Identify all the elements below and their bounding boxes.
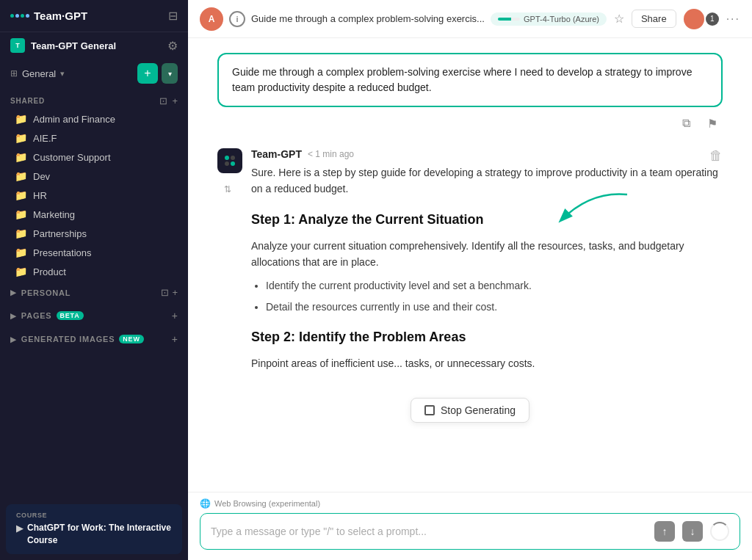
chat-area: Guide me through a complex problem-solvi…: [188, 38, 752, 492]
add-conversation-button[interactable]: +: [137, 63, 158, 84]
step2-body: Pinpoint areas of inefficient use... tas…: [251, 355, 723, 371]
folder-customer-support[interactable]: 📁 Customer Support: [0, 148, 188, 167]
delete-message-button[interactable]: 🗑: [709, 148, 723, 164]
bubble-actions: ⧉ ⚑: [217, 113, 723, 134]
folder-aief[interactable]: 📁 AIE.F: [0, 128, 188, 148]
pages-add-icon[interactable]: +: [172, 310, 178, 321]
pages-badge: BETA: [57, 311, 84, 320]
ai-avatar-wrap: ⇅: [217, 148, 242, 379]
pages-caret: ▶: [10, 312, 17, 320]
folder-product[interactable]: 📁 Product: [0, 262, 188, 281]
ai-dot-2: [231, 156, 235, 160]
loading-spinner: [710, 522, 729, 541]
ai-dot-1: [225, 156, 229, 160]
sidebar-toggle[interactable]: ⊟: [168, 9, 178, 23]
logo-dot-3: [21, 14, 24, 18]
course-label: COURSE: [16, 512, 172, 519]
folder-marketing[interactable]: 📁 Marketing: [0, 205, 188, 224]
folder-icon: 📁: [15, 132, 27, 144]
shared-add-icon[interactable]: +: [172, 95, 178, 106]
personal-section[interactable]: ▶ PERSONAL ⊡ +: [0, 281, 188, 304]
ai-message-header: Team-GPT < 1 min ago: [251, 148, 723, 160]
folder-icon: 📁: [15, 189, 27, 201]
scroll-down-button[interactable]: ↓: [682, 521, 703, 542]
step1-wrap: Step 1: Analyze the Current Situation: [251, 209, 723, 230]
general-chevron: ▾: [60, 69, 65, 79]
flag-button[interactable]: ⚑: [702, 113, 723, 134]
generated-images-section[interactable]: ▶ GENERATED IMAGES NEW +: [0, 327, 188, 351]
folder-icon: 📁: [15, 266, 27, 277]
personal-add-icon[interactable]: +: [172, 287, 178, 298]
logo-dot-1: [10, 14, 14, 18]
folder-label: AIE.F: [33, 133, 57, 144]
user-message: Guide me through a complex problem-solvi…: [217, 53, 723, 134]
folder-icon: 📁: [15, 113, 27, 125]
folder-partnerships[interactable]: 📁 Partnerships: [0, 224, 188, 243]
folder-label: Customer Support: [33, 152, 111, 163]
message-input[interactable]: [211, 526, 647, 537]
topbar: A i Guide me through a complex problem-s…: [188, 0, 752, 38]
scroll-up-button[interactable]: ↑: [654, 521, 675, 542]
folder-icon: 📁: [15, 151, 27, 163]
bullet-2: Detail the resources currently in use an…: [266, 299, 723, 315]
general-left[interactable]: ⊞ General ▾: [10, 68, 65, 79]
logo-dot-4: [26, 14, 29, 18]
share-button[interactable]: Share: [632, 10, 676, 28]
general-row: ⊞ General ▾ + ▾: [0, 59, 188, 88]
ai-body: Sure. Here is a step by step guide for d…: [251, 164, 723, 371]
folder-admin-finance[interactable]: 📁 Admin and Finance: [0, 109, 188, 128]
ai-sub-icon: ⇅: [217, 179, 238, 200]
grid-icon: ⊞: [10, 68, 18, 79]
shared-folder-icon[interactable]: ⊡: [159, 95, 167, 106]
folder-label: Marketing: [33, 209, 75, 220]
ai-time: < 1 min ago: [308, 149, 354, 159]
course-title: ▶ ChatGPT for Work: The Interactive Cour…: [16, 522, 172, 547]
logo-dot-2: [15, 14, 19, 18]
avatar-group: 1: [684, 9, 719, 29]
pages-left: ▶ PAGES BETA: [10, 311, 84, 320]
course-section[interactable]: COURSE ▶ ChatGPT for Work: The Interacti…: [6, 504, 182, 554]
generated-images-badge: NEW: [119, 335, 143, 343]
folder-label: Presentations: [33, 247, 92, 258]
folder-label: Dev: [33, 171, 50, 182]
stop-label: Stop Generating: [441, 404, 516, 416]
web-browsing-text: Web Browsing (experimental): [214, 499, 320, 508]
course-caret: ▶: [16, 523, 23, 535]
input-area: 🌐 Web Browsing (experimental) ↑ ↓: [188, 492, 752, 560]
step2-title: Step 2: Identify the Problem Areas: [251, 327, 723, 348]
ai-intro: Sure. Here is a step by step guide for d…: [251, 164, 723, 197]
copy-button[interactable]: ⧉: [676, 113, 696, 134]
ai-content-area: Team-GPT < 1 min ago Sure. Here is a ste…: [251, 148, 723, 379]
step1-body: Analyze your current situation comprehen…: [251, 238, 723, 271]
stop-generating-button[interactable]: Stop Generating: [411, 398, 529, 423]
generated-images-add-icon[interactable]: +: [172, 333, 178, 345]
user-avatar: [684, 9, 704, 29]
step1-title: Step 1: Analyze the Current Situation: [251, 209, 723, 230]
personal-caret: ▶: [10, 288, 17, 297]
personal-left: ▶ PERSONAL: [10, 288, 70, 297]
stop-icon: [424, 405, 435, 415]
step1-bullets: Identify the current productivity level …: [251, 277, 723, 315]
shared-label: SHARED: [10, 97, 45, 105]
main-content: A i Guide me through a complex problem-s…: [188, 0, 752, 560]
web-browsing-label: 🌐 Web Browsing (experimental): [200, 498, 740, 509]
conversation-user-avatar: A: [200, 7, 223, 31]
personal-folder-icon[interactable]: ⊡: [161, 287, 169, 298]
topbar-right: GPT-4-Turbo (Azure) ☆ Share 1 ···: [491, 9, 740, 29]
folder-icon: 📁: [15, 228, 27, 239]
add-dropdown-button[interactable]: ▾: [162, 63, 178, 84]
folder-dev[interactable]: 📁 Dev: [0, 167, 188, 186]
ai-name: Team-GPT: [251, 148, 302, 160]
more-options-button[interactable]: ···: [726, 12, 740, 26]
star-button[interactable]: ☆: [614, 12, 624, 26]
folder-icon: 📁: [15, 247, 27, 258]
model-badge: GPT-4-Turbo (Azure): [491, 12, 607, 26]
workspace-name[interactable]: T Team-GPT General: [10, 38, 116, 53]
folder-hr[interactable]: 📁 HR: [0, 186, 188, 205]
folder-label: Partnerships: [33, 228, 87, 239]
pages-section[interactable]: ▶ PAGES BETA +: [0, 304, 188, 327]
folder-presentations[interactable]: 📁 Presentations: [0, 243, 188, 262]
settings-icon[interactable]: ⚙: [167, 39, 178, 53]
logo-dots: [10, 14, 29, 18]
bullet-1: Identify the current productivity level …: [266, 277, 723, 294]
